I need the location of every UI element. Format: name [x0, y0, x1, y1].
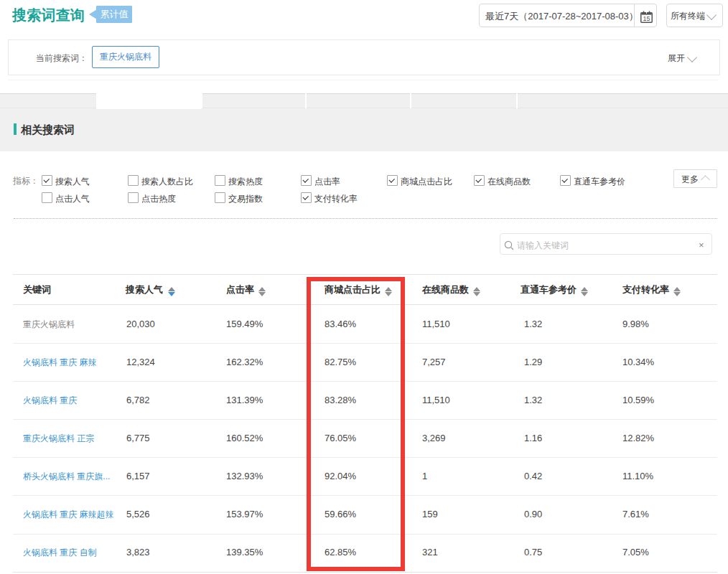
svg-text:15: 15 — [643, 15, 650, 22]
